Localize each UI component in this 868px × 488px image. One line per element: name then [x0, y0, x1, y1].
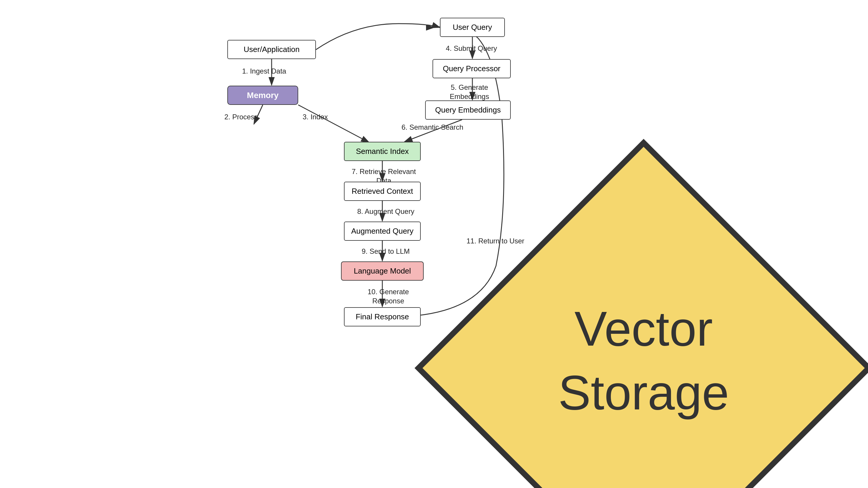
query-embeddings-label: Query Embeddings [435, 106, 501, 115]
semantic-index-node: Semantic Index [344, 142, 421, 161]
svg-text:Storage: Storage [558, 365, 729, 420]
query-processor-node: Query Processor [433, 59, 511, 78]
user-query-label: User Query [453, 23, 492, 32]
label-ingest-data: 1. Ingest Data [242, 66, 286, 76]
diagram-container: User Query 4. Submit Query Query Process… [0, 0, 868, 488]
language-model-node: Language Model [341, 261, 424, 281]
query-embeddings-node: Query Embeddings [425, 101, 511, 120]
language-model-label: Language Model [354, 266, 411, 276]
label-process: 2. Process [224, 112, 258, 121]
memory-label: Memory [247, 91, 278, 100]
vector-storage-container: Vector Storage [210, 124, 286, 201]
final-response-label: Final Response [356, 312, 409, 321]
augmented-query-label: Augmented Query [351, 227, 413, 236]
memory-node: Memory [227, 86, 298, 105]
label-submit-query: 4. Submit Query [446, 44, 497, 53]
label-index: 3. Index [303, 112, 328, 121]
label-generate-embeddings: 5. GenerateEmbeddings [440, 83, 499, 101]
svg-text:Vector: Vector [575, 301, 713, 356]
label-generate-response: 10. GenerateResponse [353, 287, 424, 306]
user-query-node: User Query [440, 18, 505, 37]
label-return-user: 11. Return to User [466, 236, 524, 246]
vector-storage-svg: Vector Storage [210, 124, 868, 488]
label-augment-query: 8. Augment Query [357, 207, 414, 216]
retrieved-context-node: Retrieved Context [344, 182, 421, 201]
final-response-node: Final Response [344, 307, 421, 326]
user-app-node: User/Application [227, 40, 316, 59]
user-app-label: User/Application [244, 45, 299, 54]
semantic-index-label: Semantic Index [356, 147, 409, 156]
augmented-query-node: Augmented Query [344, 222, 421, 241]
query-processor-label: Query Processor [443, 64, 500, 73]
label-send-llm: 9. Send to LLM [362, 247, 410, 256]
retrieved-context-label: Retrieved Context [352, 187, 413, 196]
